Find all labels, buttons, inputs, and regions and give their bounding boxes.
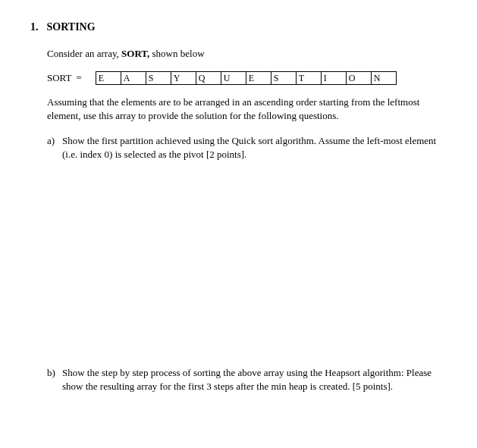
question-b-text: Show the step by step process of sorting… [62,366,447,393]
array-cells: E A S Y Q U E S T I O N [96,71,397,85]
section-title-text: SORTING [47,21,96,33]
intro-prefix: Consider an array, [47,48,121,59]
array-cell: N [371,71,397,85]
array-cell: E [96,71,121,85]
question-a: a) Show the first partition achieved usi… [47,134,447,161]
section-number: 1. [30,21,44,33]
array-cell: S [271,71,297,85]
assumption-text: Assuming that the elements are to be arr… [47,96,447,123]
array-cell: S [146,71,171,85]
array-label: SORT [47,72,71,84]
question-b-marker: b) [47,366,62,393]
array-cell: I [321,71,347,85]
equals-sign: = [76,72,81,84]
document-page: 1. SORTING Consider an array, SORT, show… [0,0,477,409]
intro-suffix: shown below [149,48,204,59]
section-heading: 1. SORTING [30,21,447,33]
array-row: SORT = E A S Y Q U E S T I O N [47,71,447,85]
array-cell: Y [171,71,196,85]
array-cell: U [221,71,246,85]
answer-space-a [30,161,447,366]
array-cell: A [121,71,146,85]
question-a-marker: a) [47,134,62,161]
intro-line: Consider an array, SORT, shown below [47,47,447,61]
array-cell: T [296,71,322,85]
intro-array-name: SORT, [121,48,149,59]
question-a-text: Show the first partition achieved using … [62,134,447,161]
array-cell: O [346,71,372,85]
array-cell: Q [196,71,221,85]
question-b: b) Show the step by step process of sort… [47,366,447,393]
array-cell: E [246,71,271,85]
